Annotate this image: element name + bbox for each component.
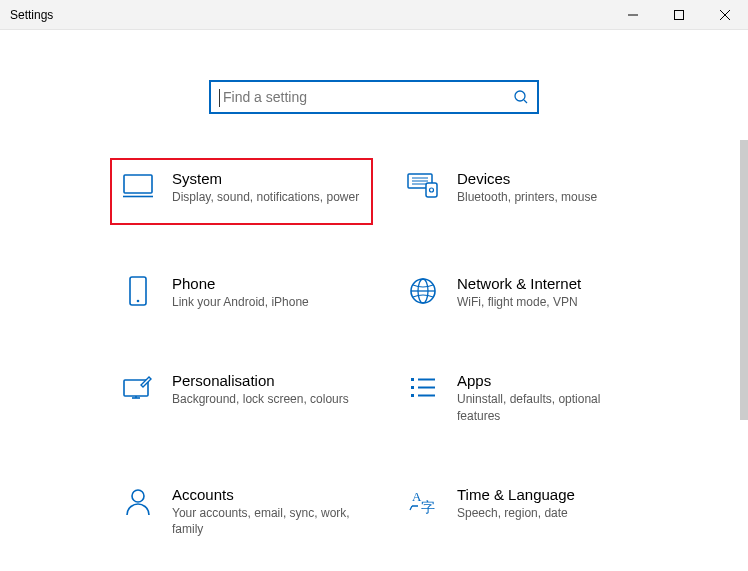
accounts-icon (122, 486, 154, 518)
tile-label: System (172, 170, 361, 187)
svg-line-5 (524, 100, 527, 103)
window-title: Settings (10, 8, 53, 22)
window-controls (610, 0, 748, 30)
tile-devices[interactable]: Devices Bluetooth, printers, mouse (399, 164, 654, 219)
search-icon (513, 89, 529, 105)
tile-desc: Background, lock screen, colours (172, 391, 361, 407)
close-icon (720, 10, 730, 20)
titlebar: Settings (0, 0, 748, 30)
search-container (0, 80, 748, 114)
tile-label: Network & Internet (457, 275, 646, 292)
tile-desc: Uninstall, defaults, optional features (457, 391, 646, 423)
tile-system[interactable]: System Display, sound, notifications, po… (110, 158, 373, 225)
close-button[interactable] (702, 0, 748, 30)
search-input[interactable] (219, 89, 513, 105)
tile-desc: WiFi, flight mode, VPN (457, 294, 646, 310)
tile-label: Apps (457, 372, 646, 389)
tile-time-language[interactable]: A字 Time & Language Speech, region, date (399, 480, 654, 543)
search-box[interactable] (209, 80, 539, 114)
devices-icon (407, 170, 439, 202)
tile-personalisation[interactable]: Personalisation Background, lock screen,… (114, 366, 369, 429)
tile-label: Accounts (172, 486, 361, 503)
personalisation-icon (122, 372, 154, 404)
tile-desc: Bluetooth, printers, mouse (457, 189, 646, 205)
tile-label: Devices (457, 170, 646, 187)
globe-icon (407, 275, 439, 307)
tile-label: Personalisation (172, 372, 361, 389)
svg-point-28 (132, 490, 144, 502)
svg-rect-22 (411, 378, 414, 381)
tile-desc: Speech, region, date (457, 505, 646, 521)
tile-label: Time & Language (457, 486, 646, 503)
tile-label: Phone (172, 275, 361, 292)
vertical-scrollbar[interactable] (740, 140, 748, 420)
tile-desc: Your accounts, email, sync, work, family (172, 505, 361, 537)
svg-rect-6 (124, 175, 152, 193)
content-area: System Display, sound, notifications, po… (0, 30, 748, 571)
svg-rect-24 (411, 386, 414, 389)
phone-icon (122, 275, 154, 307)
apps-icon (407, 372, 439, 404)
settings-grid: System Display, sound, notifications, po… (94, 164, 654, 543)
tile-apps[interactable]: Apps Uninstall, defaults, optional featu… (399, 366, 654, 429)
maximize-icon (674, 10, 684, 20)
tile-network[interactable]: Network & Internet WiFi, flight mode, VP… (399, 269, 654, 316)
time-language-icon: A字 (407, 486, 439, 518)
minimize-button[interactable] (610, 0, 656, 30)
svg-rect-1 (675, 11, 684, 20)
tile-desc: Display, sound, notifications, power (172, 189, 361, 205)
svg-point-4 (515, 91, 525, 101)
system-icon (122, 170, 154, 202)
tile-desc: Link your Android, iPhone (172, 294, 361, 310)
svg-text:字: 字 (421, 500, 435, 515)
svg-rect-12 (426, 183, 437, 197)
tile-accounts[interactable]: Accounts Your accounts, email, sync, wor… (114, 480, 369, 543)
maximize-button[interactable] (656, 0, 702, 30)
svg-point-15 (137, 300, 140, 303)
svg-rect-26 (411, 394, 414, 397)
tile-phone[interactable]: Phone Link your Android, iPhone (114, 269, 369, 316)
minimize-icon (628, 10, 638, 20)
text-caret (219, 89, 220, 107)
